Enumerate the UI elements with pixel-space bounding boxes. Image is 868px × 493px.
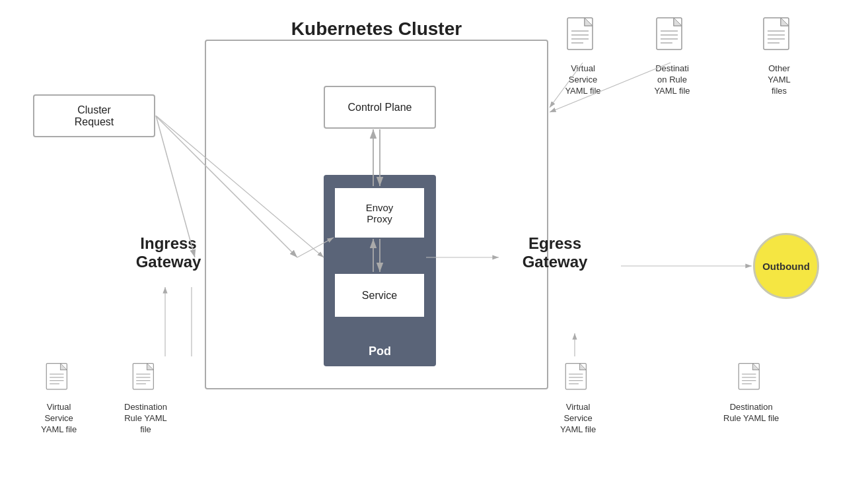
bottom-left-virtual-service-doc: VirtualServiceYAML file [41, 362, 77, 436]
bottom-left-destination-rule-label: DestinationRule YAMLfile [124, 402, 167, 436]
doc-icon [565, 16, 601, 59]
service-box: Service [335, 274, 424, 317]
envoy-proxy-label: EnvoyProxy [366, 202, 394, 224]
bottom-left-destination-rule-doc: DestinationRule YAMLfile [124, 362, 167, 436]
doc-icon [44, 362, 74, 398]
service-label: Service [362, 290, 397, 302]
doc-icon [761, 16, 797, 59]
pod-label: Pod [369, 345, 391, 358]
top-destination-rule-label: Destination RuleYAML file [654, 63, 690, 97]
top-virtual-service-doc: VirtualServiceYAML file [565, 16, 601, 97]
top-other-yaml-label: OtherYAMLfiles [768, 63, 790, 97]
top-other-yaml-doc: OtherYAMLfiles [761, 16, 797, 97]
bottom-right-virtual-service-doc: VirtualServiceYAML file [560, 362, 596, 436]
outbound-circle: Outbound [753, 233, 819, 299]
diagram-container: Kubernetes Cluster Control Plane Pod Env… [0, 0, 868, 493]
envoy-proxy-box: EnvoyProxy [335, 188, 424, 238]
bottom-right-destination-rule-label: DestinationRule YAML file [723, 402, 779, 424]
bottom-right-destination-rule-doc: DestinationRule YAML file [723, 362, 779, 424]
control-plane-box: Control Plane [324, 86, 436, 129]
outbound-label: Outbound [762, 261, 810, 272]
bottom-left-virtual-service-label: VirtualServiceYAML file [41, 402, 77, 436]
ingress-gateway-label: IngressGateway [116, 234, 221, 271]
doc-icon [563, 362, 593, 398]
egress-gateway-label: EgressGateway [502, 234, 608, 271]
doc-icon [737, 362, 766, 398]
doc-icon [654, 16, 690, 59]
top-virtual-service-label: VirtualServiceYAML file [565, 63, 600, 97]
cluster-request-box: ClusterRequest [33, 94, 155, 137]
bottom-right-virtual-service-label: VirtualServiceYAML file [560, 402, 596, 436]
cluster-request-label: ClusterRequest [75, 104, 114, 128]
k8s-cluster-label: Kubernetes Cluster [205, 18, 548, 40]
top-destination-rule-doc: Destination RuleYAML file [654, 16, 690, 97]
control-plane-label: Control Plane [348, 102, 412, 114]
doc-icon [131, 362, 161, 398]
